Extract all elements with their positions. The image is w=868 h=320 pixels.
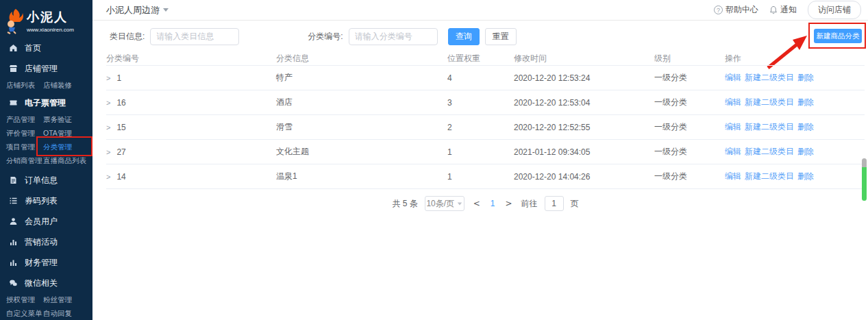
sidebar-subitem-product-management[interactable]: 产品管理 <box>6 115 43 125</box>
sidebar-item-finance[interactable]: 财务管理 <box>0 252 92 273</box>
sidebar: 小泥人 www.xiaoniren.com 首页 店铺管理 店铺列表 店铺装修 … <box>0 0 92 320</box>
topbar: 小泥人周边游 ? 帮助中心 通知 访问店铺 <box>92 0 868 21</box>
sidebar-item-label: 首页 <box>25 42 41 54</box>
expand-row-icon[interactable]: > <box>106 148 110 156</box>
sidebar-item-order-info[interactable]: 订单信息 <box>0 170 92 190</box>
cell-code: 1 <box>116 73 121 83</box>
table-row: >27 文化主题 1 2021-01-12 09:34:05 一级分类 编辑新建… <box>106 140 865 164</box>
edit-link[interactable]: 编辑 <box>725 97 741 107</box>
sidebar-item-marketing[interactable]: 营销活动 <box>0 232 92 252</box>
cell-weight: 2 <box>447 123 514 132</box>
sidebar-subitem-ota-management[interactable]: OTA管理 <box>43 129 72 138</box>
help-center-link[interactable]: ? 帮助中心 <box>714 4 758 16</box>
list-icon <box>9 197 18 205</box>
chevron-down-icon <box>163 8 169 12</box>
page-size-value: 10条/页 <box>426 198 454 210</box>
category-info-input[interactable] <box>150 28 239 45</box>
sidebar-item-coupon-list[interactable]: 券码列表 <box>0 190 92 211</box>
sidebar-item-eticket-management[interactable]: 电子票管理 <box>0 93 92 113</box>
app-root: 小泥人 www.xiaoniren.com 首页 店铺管理 店铺列表 店铺装修 … <box>0 0 868 320</box>
cell-time: 2021-01-12 09:34:05 <box>514 147 654 157</box>
home-icon <box>9 44 18 52</box>
table-row: >16 酒店 3 2020-12-20 12:53:04 一级分类 编辑新建二级… <box>106 90 865 115</box>
sidebar-subitem-category-management[interactable]: 分类管理 <box>43 143 72 152</box>
goto-label: 前往 <box>521 198 538 210</box>
next-page-button[interactable]: > <box>504 199 514 208</box>
sidebar-item-member-users[interactable]: 会员用户 <box>0 211 92 232</box>
cell-level: 一级分类 <box>654 171 725 182</box>
page-size-select[interactable]: 10条/页 <box>425 196 464 211</box>
sidebar-subitem-live-product-list[interactable]: 直播商品列表 <box>43 156 86 166</box>
delete-link[interactable]: 删除 <box>797 97 814 107</box>
current-page[interactable]: 1 <box>489 199 497 208</box>
cell-code: 27 <box>116 147 125 157</box>
sidebar-item-label: 订单信息 <box>25 175 58 186</box>
sidebar-subitem-fans-management[interactable]: 粉丝管理 <box>43 295 72 305</box>
create-subcategory-link[interactable]: 新建二级类目 <box>745 73 794 82</box>
delete-link[interactable]: 删除 <box>797 171 814 181</box>
brand-site: www.xiaoniren.com <box>27 27 74 33</box>
sidebar-item-home[interactable]: 首页 <box>0 38 92 58</box>
category-no-label: 分类编号: <box>308 31 343 42</box>
create-subcategory-link[interactable]: 新建二级类目 <box>745 171 794 181</box>
cell-code: 15 <box>116 123 125 132</box>
mascot-icon <box>4 8 25 35</box>
goto-page-input[interactable] <box>545 196 564 211</box>
sidebar-item-label: 券码列表 <box>25 195 58 207</box>
edit-link[interactable]: 编辑 <box>725 171 741 181</box>
cell-name: 滑雪 <box>276 121 447 133</box>
sidebar-item-shop-management[interactable]: 店铺管理 <box>0 58 92 79</box>
expand-row-icon[interactable]: > <box>106 173 110 181</box>
sidebar-subitem-shop-list[interactable]: 店铺列表 <box>6 81 43 90</box>
sidebar-subitem-shop-decorate[interactable]: 店铺装修 <box>43 81 72 90</box>
workspace-switcher[interactable]: 小泥人周边游 <box>106 4 169 16</box>
chevron-down-icon <box>458 202 462 205</box>
sidebar-subitem-project-management[interactable]: 项目管理 <box>6 143 43 152</box>
search-button[interactable]: 查询 <box>448 28 480 45</box>
help-center-label: 帮助中心 <box>726 4 758 16</box>
sidebar-subitem-ticket-verify[interactable]: 票务验证 <box>43 115 72 125</box>
expand-row-icon[interactable]: > <box>106 99 110 107</box>
delete-link[interactable]: 删除 <box>797 122 814 132</box>
edit-link[interactable]: 编辑 <box>725 147 741 156</box>
cell-time: 2020-12-20 12:53:04 <box>514 98 654 108</box>
edit-link[interactable]: 编辑 <box>725 122 741 132</box>
sidebar-item-label: 店铺管理 <box>25 63 58 75</box>
scrollbar-thumb[interactable] <box>862 158 867 201</box>
visit-store-button[interactable]: 访问店铺 <box>808 1 861 19</box>
reset-button[interactable]: 重置 <box>485 28 517 45</box>
delete-link[interactable]: 删除 <box>797 73 814 82</box>
prev-page-button[interactable]: < <box>471 199 482 208</box>
table-row: >1 特产 4 2020-12-20 12:53:24 一级分类 编辑新建二级类… <box>106 66 865 90</box>
brand-logo: 小泥人 www.xiaoniren.com <box>0 0 92 38</box>
sidebar-subitem-custom-menu[interactable]: 自定义菜单 <box>6 309 43 319</box>
delete-link[interactable]: 删除 <box>797 147 814 156</box>
cell-name: 酒店 <box>276 97 447 108</box>
sidebar-subitem-review-management[interactable]: 评价管理 <box>6 129 43 138</box>
expand-row-icon[interactable]: > <box>106 74 110 82</box>
sidebar-subitem-auth-management[interactable]: 授权管理 <box>6 295 43 305</box>
page-unit-label: 页 <box>571 198 579 210</box>
create-subcategory-link[interactable]: 新建二级类目 <box>745 122 794 132</box>
expand-row-icon[interactable]: > <box>106 123 110 132</box>
cell-code: 16 <box>116 98 125 108</box>
sidebar-subitem-distributor-management[interactable]: 分销商管理 <box>6 156 43 166</box>
sidebar-item-label: 微信相关 <box>25 278 58 289</box>
create-subcategory-link[interactable]: 新建二级类目 <box>745 97 794 107</box>
sidebar-item-wechat[interactable]: 微信相关 <box>0 273 92 293</box>
create-subcategory-link[interactable]: 新建二级类目 <box>745 147 794 156</box>
col-header-weight: 位置权重 <box>447 53 514 64</box>
workspace-name: 小泥人周边游 <box>106 4 160 16</box>
finance-chart-icon <box>9 258 18 267</box>
sidebar-item-label: 财务管理 <box>25 257 58 269</box>
create-category-button[interactable]: 新建商品分类 <box>814 29 862 43</box>
sidebar-item-label: 电子票管理 <box>25 97 66 109</box>
edit-link[interactable]: 编辑 <box>725 73 741 82</box>
cell-code: 14 <box>116 172 125 182</box>
users-icon <box>9 217 18 225</box>
cell-name: 温泉1 <box>276 171 447 182</box>
sidebar-subitem-auto-reply[interactable]: 自动回复 <box>43 309 72 319</box>
category-no-input[interactable] <box>349 28 438 45</box>
cell-weight: 1 <box>447 147 514 157</box>
notifications-link[interactable]: 通知 <box>769 4 797 16</box>
